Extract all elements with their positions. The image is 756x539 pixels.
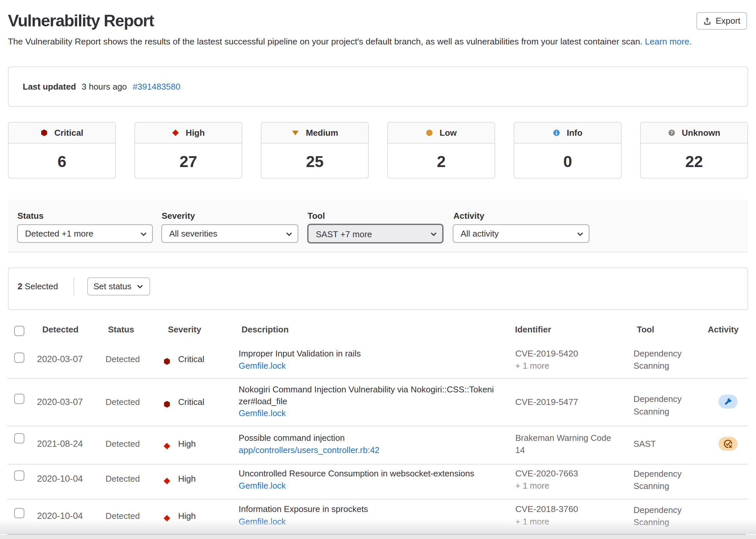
svg-text:?: ? (670, 130, 673, 135)
